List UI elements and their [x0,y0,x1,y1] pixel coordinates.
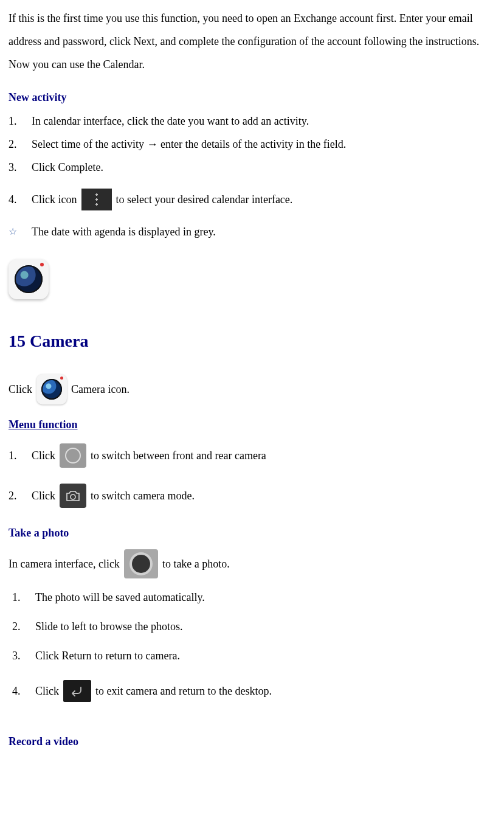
list-text: The photo will be saved automatically. [35,587,495,608]
list-number: 1. [9,445,32,466]
star-bullet-icon: ☆ [9,223,32,241]
switch-camera-icon [60,443,86,468]
list-number: 4. [9,189,32,210]
list-text: Select time of the activity → enter the … [32,134,495,154]
heading-new-activity: New activity [9,87,495,108]
text-fragment: Click [32,485,55,506]
return-icon [63,680,91,702]
text-fragment: Click icon [32,189,77,210]
list-number: 2. [12,616,35,637]
list-number: 3. [9,157,32,178]
open-camera-line: Click Camera icon. [9,374,495,404]
take-photo-list: 1. The photo will be saved automatically… [9,587,495,707]
list-item: 2. Click to switch camera mode. [9,479,495,513]
list-item: 3. Click Return to return to camera. [12,645,495,666]
list-item: 1. Click to switch between front and rea… [9,439,495,473]
list-item: 4. Click to exit camera and return to th… [12,675,495,707]
heading-camera: 15 Camera [9,325,495,357]
text-fragment: In camera interface, click [9,554,120,574]
list-item: 2. Slide to left to browse the photos. [12,616,495,637]
list-item: 2. Select time of the activity → enter t… [9,134,495,154]
intro-paragraph: If this is the first time you use this f… [9,7,495,76]
list-text: Click to switch camera mode. [32,484,495,508]
text-fragment: to select your desired calendar interfac… [116,189,293,210]
list-text: Click icon to select your desired calend… [32,189,495,210]
camera-app-icon-large [9,259,495,300]
list-text: Click to switch between front and rear c… [32,443,495,468]
camera-app-icon [36,374,67,404]
heading-menu-function: Menu function [9,414,495,435]
camera-mode-icon [60,484,86,508]
list-item: 1. In calendar interface, click the date… [9,111,495,131]
list-text: Click Return to return to camera. [35,645,495,666]
list-text: The date with agenda is displayed in gre… [32,221,495,242]
list-number: 4. [12,681,35,701]
take-photo-line: In camera interface, click to take a pho… [9,549,495,578]
list-item: 1. The photo will be saved automatically… [12,587,495,608]
heading-take-photo: Take a photo [9,522,495,543]
list-number: 3. [12,645,35,666]
text-fragment: Click [9,379,32,400]
text-fragment: to switch camera mode. [91,485,195,506]
svg-point-0 [71,495,75,499]
list-number: 1. [9,111,32,131]
list-number: 2. [9,485,32,506]
new-activity-list: 1. In calendar interface, click the date… [9,111,495,243]
text-fragment: Camera icon. [71,379,129,400]
list-text: Click Complete. [32,157,495,178]
list-text: Slide to left to browse the photos. [35,616,495,637]
text-fragment: Click [35,681,59,701]
list-item: ☆ The date with agenda is displayed in g… [9,221,495,242]
text-fragment: Click [32,445,55,466]
heading-record-video: Record a video [9,731,495,752]
list-number: 1. [12,587,35,608]
shutter-icon [124,549,158,578]
list-item: 3. Click Complete. [9,157,495,178]
text-fragment: to switch between front and rear camera [91,445,266,466]
text-fragment: to take a photo. [162,554,230,574]
text-fragment: to exit camera and return to the desktop… [95,681,272,701]
overflow-menu-icon [81,189,112,210]
list-text: Click to exit camera and return to the d… [35,680,495,702]
list-item: 4. Click icon to select your desired cal… [9,184,495,215]
list-number: 2. [9,134,32,154]
menu-function-list: 1. Click to switch between front and rea… [9,439,495,513]
list-text: In calendar interface, click the date yo… [32,111,495,131]
